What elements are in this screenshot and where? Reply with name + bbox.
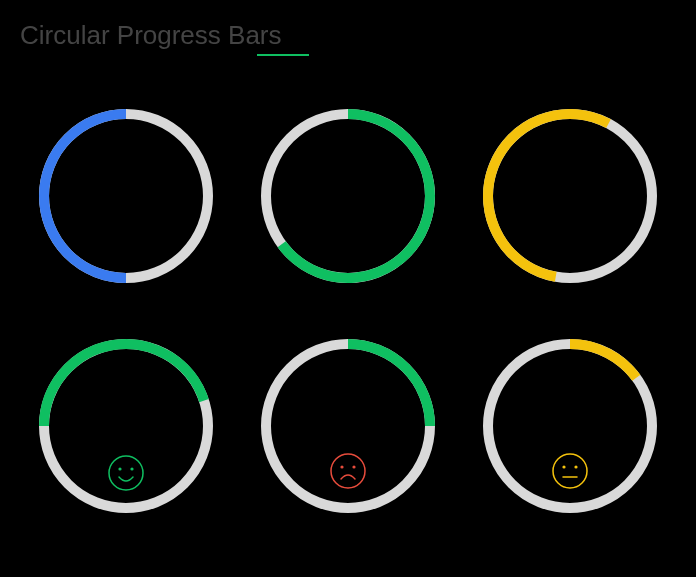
svg-point-2 [130, 467, 133, 470]
neutral-face-icon [551, 452, 589, 494]
ring-progress [348, 344, 430, 426]
svg-point-0 [109, 456, 143, 490]
progress-ring-2 [252, 106, 444, 286]
title-underline [257, 54, 309, 56]
ring-svg [480, 106, 660, 286]
svg-point-3 [331, 454, 365, 488]
ring-progress [44, 114, 126, 278]
progress-ring-6 [474, 336, 666, 516]
progress-ring-1 [30, 106, 222, 286]
ring-svg [258, 106, 438, 286]
svg-point-6 [553, 454, 587, 488]
ring-progress [282, 114, 430, 278]
ring-svg [36, 106, 216, 286]
svg-point-7 [562, 465, 565, 468]
svg-point-8 [574, 465, 577, 468]
page-title: Circular Progress Bars [20, 20, 676, 51]
happy-face-icon [107, 454, 145, 496]
progress-ring-3 [474, 106, 666, 286]
ring-progress [44, 344, 204, 426]
sad-face-icon [329, 452, 367, 494]
progress-ring-4 [30, 336, 222, 516]
svg-point-5 [352, 465, 355, 468]
ring-progress [488, 114, 608, 277]
ring-progress [570, 344, 636, 378]
svg-point-1 [118, 467, 121, 470]
svg-point-4 [340, 465, 343, 468]
progress-grid [20, 106, 676, 516]
progress-ring-5 [252, 336, 444, 516]
